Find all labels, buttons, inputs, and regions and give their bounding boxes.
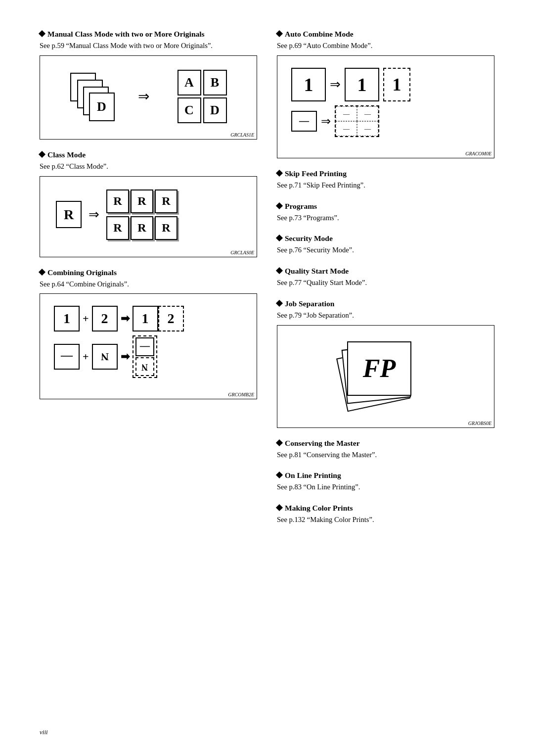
plus-sign: + (83, 312, 89, 325)
combine-row-top: 1 + 2 ➡ 1 2 (54, 306, 243, 331)
auto-row-2: — ⇒ — — — — (291, 105, 480, 137)
num-2: 2 (92, 306, 118, 331)
diamond-icon-10 (276, 439, 283, 446)
fat-arrow-2: ➡ (121, 350, 130, 363)
page-D: D (89, 93, 115, 121)
plus-sign-2: + (83, 350, 89, 363)
flipped-1-icon: — (61, 350, 73, 364)
result-2: 2 (158, 306, 184, 331)
diamond-icon-7 (276, 235, 283, 241)
desc-security: See p.76 “Security Mode”. (277, 245, 494, 256)
r-grid-group: R R R R R R (106, 189, 178, 240)
section-quality-start: Quality Start Mode See p.77 “Quality Sta… (277, 267, 494, 288)
section-combining: Combining Originals See p.64 “Combine Or… (40, 268, 257, 400)
diagram-label-auto-combine: GRACOM0E (465, 151, 491, 156)
stacked-pages: A B C D (70, 73, 110, 120)
section-title-job-sep: Job Separation (277, 299, 494, 308)
section-title-manual-class: Manual Class Mode with two or More Origi… (40, 30, 257, 39)
section-manual-class: Manual Class Mode with two or More Origi… (40, 30, 257, 140)
section-title-skip-feed: Skip Feed Printing (277, 169, 494, 178)
r-box-4: R (106, 216, 129, 240)
diamond-icon-8 (276, 267, 283, 274)
diagram-class-mode: R ⇒ R R R R R R (40, 176, 257, 257)
fat-arrow-1: ➡ (121, 312, 130, 325)
arrow-icon: ⇒ (138, 88, 149, 104)
box-C: C (178, 97, 201, 123)
four-cell-result: — — — — (335, 105, 379, 137)
manual-class-visual: A B C D ⇒ A B C D (46, 62, 251, 133)
page-footer: viii (40, 728, 48, 736)
section-color-prints: Making Color Prints See p.132 “Making Co… (277, 504, 494, 525)
r-box-1: R (106, 189, 129, 213)
diagram-job-sep: FP GRJOBS0E (277, 325, 494, 428)
section-title-auto-combine: Auto Combine Mode (277, 30, 494, 39)
section-auto-combine: Auto Combine Mode See p.69 “Auto Combine… (277, 30, 494, 158)
left-column: Manual Class Mode with two or More Origi… (40, 30, 257, 536)
desc-class-mode: See p.62 “Class Mode”. (40, 161, 257, 172)
box-D: D (203, 97, 227, 123)
desc-conserving: See p.81 “Conserving the Master”. (277, 450, 494, 461)
fp-text: FP (363, 354, 396, 383)
section-class-mode: Class Mode See p.62 “Class Mode”. R ⇒ R … (40, 150, 257, 257)
desc-skip-feed: See p.71 “Skip Feed Printing”. (277, 180, 494, 191)
diagram-label-class-mode: GRCLAS0E (230, 250, 254, 255)
section-security: Security Mode See p.76 “Security Mode”. (277, 234, 494, 256)
r-box-5: R (131, 216, 153, 240)
r-box-3: R (155, 189, 178, 213)
desc-auto-combine: See p.69 “Auto Combine Mode”. (277, 41, 494, 51)
flip-2: N (92, 344, 118, 370)
class-mode-visual: R ⇒ R R R R R R (46, 183, 251, 251)
section-programs: Programs See p.73 “Programs”. (277, 202, 494, 224)
page-layout: Manual Class Mode with two or More Origi… (40, 30, 494, 536)
section-skip-feed: Skip Feed Printing See p.71 “Skip Feed P… (277, 169, 494, 191)
desc-combining: See p.64 “Combine Originals”. (40, 279, 257, 290)
section-conserving: Conserving the Master See p.81 “Conservi… (277, 439, 494, 461)
section-title-class-mode: Class Mode (40, 150, 257, 159)
desc-color-prints: See p.132 “Making Color Prints”. (277, 515, 494, 525)
s1-text: — (140, 341, 150, 353)
s-1: — (135, 337, 154, 356)
right-column: Auto Combine Mode See p.69 “Auto Combine… (277, 30, 494, 536)
flip-1: — (54, 344, 80, 370)
section-online: On Line Printing See p.83 “On Line Print… (277, 471, 494, 493)
section-job-sep: Job Separation See p.79 “Job Separation”… (277, 299, 494, 428)
desc-quality-start: See p.77 “Quality Start Mode”. (277, 278, 494, 288)
job-sep-visual: FP (283, 331, 488, 422)
diamond-icon-4 (276, 30, 283, 37)
arrow-icon-2: ⇒ (89, 207, 99, 222)
result-1-2: 1 2 (133, 306, 184, 331)
section-title-security: Security Mode (277, 234, 494, 243)
combine-visual: 1 + 2 ➡ 1 2 — + (46, 300, 251, 393)
arrow-auto-2: ⇒ (321, 114, 331, 128)
diagram-label-combining: GRCOMB2E (228, 392, 254, 397)
diamond-icon-12 (276, 504, 283, 511)
cell-bl: — (336, 121, 357, 136)
r-box-6: R (155, 216, 178, 240)
cell-br: — (357, 121, 378, 136)
cell-tl: — (336, 106, 357, 121)
section-title-color-prints: Making Color Prints (277, 504, 494, 513)
desc-job-sep: See p.79 “Job Separation”. (277, 310, 494, 321)
result-small: — N (133, 335, 157, 378)
abcd-result: A B C D (178, 70, 227, 123)
desc-programs: See p.73 “Programs”. (277, 213, 494, 224)
arrow-auto-1: ⇒ (330, 77, 341, 92)
diamond-icon-3 (39, 268, 45, 275)
section-title-conserving: Conserving the Master (277, 439, 494, 448)
diagram-manual-class: A B C D ⇒ A B C D GRCLAS1E (40, 55, 257, 140)
result-big-1: 1 (345, 68, 379, 101)
auto-row-1: 1 ⇒ 1 1 (291, 68, 480, 101)
cell-tr: — (357, 106, 378, 121)
diagram-combining: 1 + 2 ➡ 1 2 — + (40, 293, 257, 399)
num-1: 1 (54, 306, 80, 331)
desc-manual-class: See p.59 “Manual Class Mode with two or … (40, 41, 257, 51)
diamond-icon-11 (276, 472, 283, 478)
r-box-2: R (131, 189, 153, 213)
box-A: A (178, 70, 201, 95)
diamond-icon-5 (276, 170, 283, 177)
result-row-2: N (135, 357, 154, 376)
fp-pages: FP (341, 336, 430, 411)
r-grid-bottom: R R R (106, 216, 178, 240)
diagram-label-manual-class: GRCLAS1E (230, 132, 254, 138)
diamond-icon-2 (39, 151, 45, 158)
